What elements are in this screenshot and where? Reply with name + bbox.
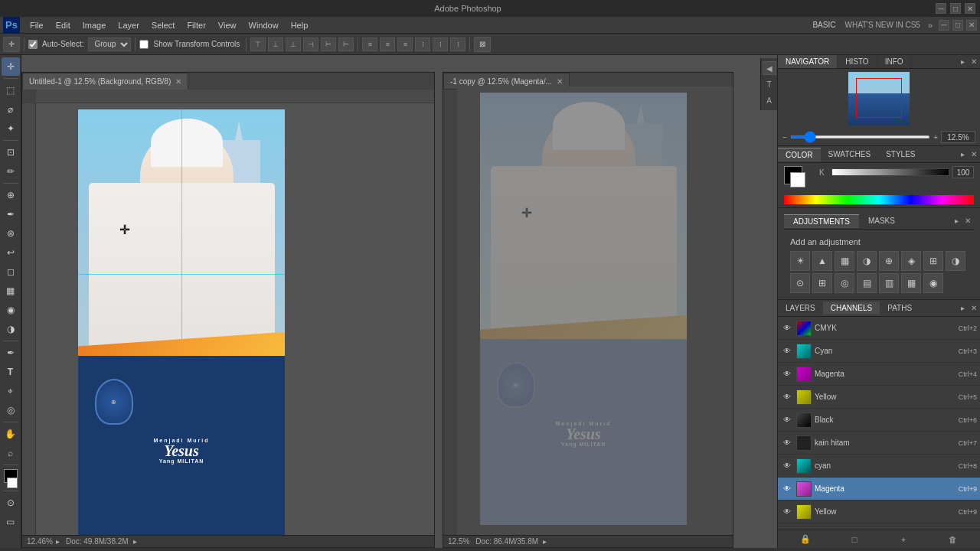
- align-right[interactable]: ⊢: [338, 37, 354, 51]
- channelmix-adj-icon[interactable]: ⊞: [812, 273, 832, 293]
- align-left[interactable]: ⊣: [303, 37, 318, 51]
- dodge-tool[interactable]: ◑: [2, 320, 20, 338]
- align-bottom[interactable]: ⊥: [286, 37, 301, 51]
- layer-row-magenta-top[interactable]: 👁 Magenta Ctrl+4: [778, 363, 980, 386]
- levels-adj-icon[interactable]: ▲: [812, 251, 832, 271]
- color-spectrum[interactable]: [784, 195, 974, 204]
- background-swatch[interactable]: [790, 172, 805, 187]
- new-group-icon[interactable]: □: [848, 533, 861, 546]
- eye-icon-cmyk[interactable]: 👁: [781, 322, 793, 334]
- align-hcenter[interactable]: ⊢: [321, 37, 336, 51]
- masks-tab[interactable]: MASKS: [859, 214, 904, 227]
- restore-button[interactable]: □: [950, 3, 961, 14]
- layer-row-kain[interactable]: 👁 kain hitam Ctrl+7: [778, 432, 980, 455]
- layer-row-cyan[interactable]: 👁 Cyan Ctrl+3: [778, 340, 980, 363]
- eye-icon-magenta-top[interactable]: 👁: [781, 368, 793, 380]
- close-button[interactable]: ✕: [965, 3, 975, 14]
- layer-row-yellow2[interactable]: 👁 Yellow Ctrl+9: [778, 500, 980, 523]
- colorbalance-adj-icon[interactable]: ⊞: [923, 251, 943, 271]
- app-close[interactable]: ✕: [966, 20, 977, 31]
- auto-select-dropdown[interactable]: Group: [88, 37, 131, 51]
- nav-panel-menu[interactable]: ▸: [958, 57, 968, 66]
- close-doc-1[interactable]: ✕: [175, 77, 181, 86]
- menu-file[interactable]: File: [24, 19, 49, 31]
- delete-layer-icon[interactable]: 🗑: [946, 533, 959, 546]
- layer-row-black[interactable]: 👁 Black Ctrl+6: [778, 409, 980, 432]
- history-tool[interactable]: ↩: [2, 243, 20, 262]
- curves-adj-icon[interactable]: ▦: [835, 251, 854, 271]
- menu-edit[interactable]: Edit: [51, 19, 76, 31]
- auto-select-checkbox[interactable]: [28, 40, 38, 49]
- char-panel-icon[interactable]: A: [763, 93, 776, 107]
- zoom-out-icon[interactable]: −: [782, 133, 787, 142]
- blur-tool[interactable]: ◉: [2, 301, 20, 319]
- hand-tool[interactable]: ✋: [2, 425, 20, 443]
- quick-mask-btn[interactable]: ⊙: [2, 494, 20, 512]
- distribute-left[interactable]: ⁞: [415, 37, 430, 51]
- histogram-tab[interactable]: HISTO: [838, 55, 877, 68]
- vibrance-adj-icon[interactable]: ⊕: [879, 251, 899, 271]
- lock-icon[interactable]: 🔒: [799, 533, 812, 546]
- align-vcenter[interactable]: ⊥: [268, 37, 283, 51]
- nav-panel-expand[interactable]: ✕: [968, 57, 980, 66]
- crop-tool[interactable]: ⊡: [2, 143, 20, 161]
- zoom-tool[interactable]: ⌕: [2, 444, 20, 462]
- stamp-tool[interactable]: ⊛: [2, 224, 20, 243]
- eye-icon-black[interactable]: 👁: [781, 414, 793, 426]
- pen-tool[interactable]: ✒: [2, 344, 20, 362]
- layer-row-cmyk[interactable]: 👁 CMYK Ctrl+2: [778, 317, 980, 340]
- adj-panel-menu[interactable]: ▸: [952, 217, 962, 225]
- blackwhite-adj-icon[interactable]: ◑: [946, 251, 965, 271]
- new-layer-icon[interactable]: +: [897, 533, 910, 546]
- k-value-input[interactable]: [952, 166, 974, 178]
- brightness-adj-icon[interactable]: ☀: [790, 251, 810, 271]
- app-minimize[interactable]: ─: [939, 20, 949, 31]
- document-tab-1[interactable]: Untitled-1 @ 12.5% (Background, RGB/8) ✕: [22, 73, 188, 90]
- swatches-tab[interactable]: SWATCHES: [821, 148, 879, 161]
- doc1-scroll-right[interactable]: ▸: [133, 537, 137, 546]
- exposure-adj-icon[interactable]: ◑: [857, 251, 877, 271]
- gradient-map-adj-icon[interactable]: ▦: [901, 273, 921, 293]
- posterize-adj-icon[interactable]: ▤: [857, 273, 877, 293]
- styles-tab[interactable]: STYLES: [878, 148, 923, 161]
- layer-row-cyan2[interactable]: 👁 cyan Ctrl+8: [778, 455, 980, 478]
- selective-color-adj-icon[interactable]: ◉: [923, 273, 943, 293]
- eye-icon-cyan2[interactable]: 👁: [781, 460, 793, 472]
- layers-panel-expand[interactable]: ✕: [968, 304, 980, 312]
- screen-mode-btn[interactable]: ▭: [2, 513, 20, 531]
- distribute-right[interactable]: ⁞: [450, 37, 466, 51]
- shape-tool[interactable]: ◎: [2, 401, 20, 419]
- eye-icon-yellow[interactable]: 👁: [781, 391, 793, 403]
- expand-panels-icon[interactable]: »: [925, 21, 936, 30]
- eye-icon-cyan[interactable]: 👁: [781, 345, 793, 357]
- eye-icon-kain[interactable]: 👁: [781, 437, 793, 449]
- menu-window[interactable]: Window: [243, 19, 284, 31]
- layers-panel-menu[interactable]: ▸: [958, 304, 968, 312]
- magic-wand-tool[interactable]: ✦: [2, 119, 20, 138]
- close-doc-2[interactable]: ✕: [557, 77, 563, 86]
- app-restore[interactable]: □: [952, 20, 963, 31]
- eye-icon-magenta[interactable]: 👁: [781, 483, 793, 495]
- zoom-slider[interactable]: [790, 135, 930, 139]
- threshold-adj-icon[interactable]: ▥: [879, 273, 899, 293]
- brush-tool[interactable]: ✒: [2, 205, 20, 223]
- color-panel-menu[interactable]: ▸: [958, 150, 968, 158]
- distribute-bottom[interactable]: ≡: [397, 37, 413, 51]
- show-transform-checkbox[interactable]: [139, 40, 149, 49]
- collapse-panel-icon[interactable]: ◀: [763, 61, 776, 75]
- paths-tab[interactable]: PATHS: [880, 302, 920, 315]
- info-tab[interactable]: INFO: [877, 55, 912, 68]
- photofilter-adj-icon[interactable]: ⊙: [790, 273, 810, 293]
- navigator-tab[interactable]: NAVIGATOR: [778, 55, 838, 68]
- eyedropper-tool[interactable]: ✏: [2, 162, 20, 181]
- layers-tab[interactable]: LAYERS: [778, 302, 823, 315]
- doc2-scroll-right[interactable]: ▸: [543, 537, 547, 546]
- menu-filter[interactable]: Filter: [181, 19, 211, 31]
- path-tool[interactable]: ⌖: [2, 382, 20, 400]
- eraser-tool[interactable]: ◻: [2, 262, 20, 281]
- hsl-adj-icon[interactable]: ◈: [901, 251, 921, 271]
- color-tab[interactable]: COLOR: [778, 148, 821, 161]
- channels-tab[interactable]: CHANNELS: [823, 302, 880, 315]
- align-top[interactable]: ⊤: [250, 37, 266, 51]
- layer-row-yellow[interactable]: 👁 Yellow Ctrl+5: [778, 386, 980, 409]
